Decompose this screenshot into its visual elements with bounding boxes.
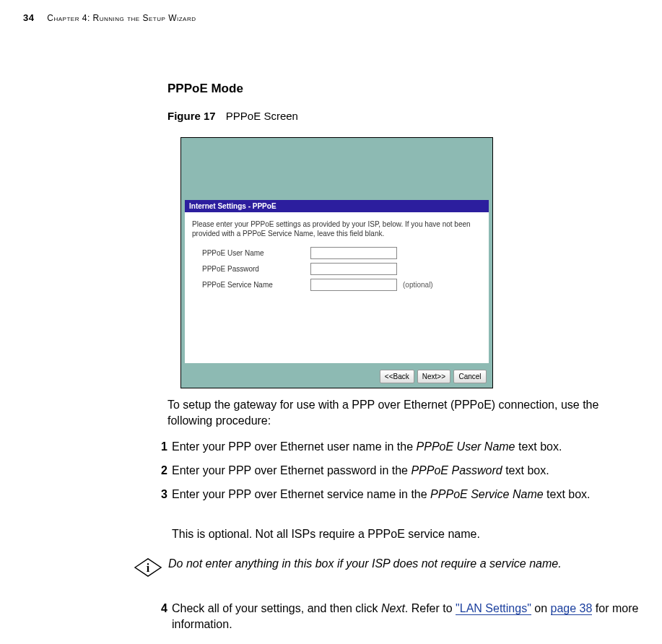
row-username: PPPoE User Name (192, 247, 482, 259)
step-3-text: Enter your PPP over Ethernet service nam… (172, 487, 640, 502)
info-note: i Do not enter anything in this box if y… (134, 556, 639, 578)
chapter-title: Chapter 4: Running the Setup Wizard (47, 13, 196, 23)
page-number: 34 (23, 12, 34, 23)
figure-label: Figure 17 (167, 110, 216, 122)
page-header: 34 Chapter 4: Running the Setup Wizard (23, 12, 196, 23)
info-note-text: Do not enter anything in this box if you… (168, 556, 633, 572)
row-service-name: PPPoE Service Name (optional) (192, 279, 482, 291)
dialog-button-bar: <<Back Next>> Cancel (380, 370, 487, 383)
row-password: PPPoE Password (192, 263, 482, 275)
figure-caption: Figure 17 PPPoE Screen (167, 110, 298, 122)
figure-caption-text: PPPoE Screen (226, 110, 298, 122)
label-username: PPPoE User Name (202, 249, 310, 257)
step-number-2: 2 (149, 463, 167, 479)
label-service-name: PPPoE Service Name (202, 281, 310, 289)
back-button[interactable]: <<Back (380, 370, 414, 383)
label-password: PPPoE Password (202, 265, 310, 273)
step-3-note: This is optional. Not all ISPs require a… (172, 528, 634, 541)
step-2-text: Enter your PPP over Ethernet password in… (172, 463, 640, 479)
optional-hint: (optional) (403, 281, 433, 289)
page-38-link[interactable]: page 38 (551, 602, 593, 615)
dialog-instruction: Please enter your PPPoE settings as prov… (192, 219, 482, 238)
svg-text:i: i (147, 562, 150, 574)
intro-text: To setup the gateway for use with a PPP … (167, 397, 630, 428)
dialog-body: Please enter your PPPoE settings as prov… (185, 212, 489, 291)
pppoe-dialog: Internet Settings - PPPoE Please enter y… (185, 200, 489, 363)
dialog-title: Internet Settings - PPPoE (185, 200, 489, 212)
input-username[interactable] (310, 247, 397, 259)
step-1-text: Enter your PPP over Ethernet user name i… (172, 439, 640, 455)
step-3: 3 Enter your PPP over Ethernet service n… (149, 487, 640, 511)
info-icon: i (134, 557, 162, 578)
step-number-1: 1 (149, 439, 167, 455)
figure-screenshot: Internet Settings - PPPoE Please enter y… (180, 137, 493, 388)
lan-settings-link[interactable]: "LAN Settings" (456, 602, 531, 615)
step-number-3: 3 (149, 487, 167, 502)
section-title: PPPoE Mode (167, 82, 243, 96)
step-number-4: 4 (149, 601, 167, 632)
input-service-name[interactable] (310, 279, 397, 291)
next-button[interactable]: Next>> (417, 370, 450, 383)
step-1: 1 Enter your PPP over Ethernet user name… (149, 439, 640, 464)
cancel-button[interactable]: Cancel (453, 370, 487, 383)
input-password[interactable] (310, 263, 397, 275)
step-2: 2 Enter your PPP over Ethernet password … (149, 463, 640, 487)
step-4-text: Check all of your settings, and then cli… (172, 601, 640, 632)
step-4: 4 Check all of your settings, and then c… (149, 601, 640, 640)
